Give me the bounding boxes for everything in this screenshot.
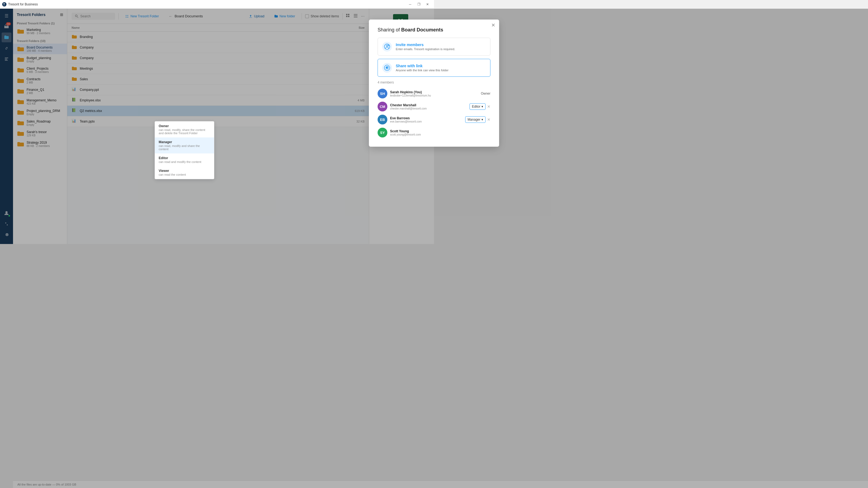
titlebar: T Tresorit for Business ─ ❐ ✕ [0,0,434,9]
role-dropdown: Owner can read, modify, share the conten… [155,121,214,179]
avatar-eve: EB [378,115,388,124]
avatar-scott: SY [378,128,388,137]
modal-title: Sharing of Board Documents [378,27,434,33]
app-logo: T Tresorit for Business [2,2,38,6]
sharing-modal: ✕ Sharing of Board Documents Invite memb… [369,20,434,147]
close-button[interactable]: ✕ [423,1,432,8]
avatar-chester: CM [378,102,388,111]
app-title: Tresorit for Business [8,2,38,6]
avatar-sarah: SH [378,89,388,98]
dropdown-item-viewer[interactable]: Viewer can read the content [155,166,214,179]
share-link-option[interactable]: Share with link Anyone with the link can… [378,59,434,77]
invite-members-option[interactable]: Invite members Enter emails. Tresorit re… [378,38,434,56]
dropdown-item-editor[interactable]: Editor can read and modify the content [155,154,214,166]
member-row-chester: CM Chester Marshall chester.marshall@tre… [378,100,434,113]
member-row-scott: SY Scott Young scott.young@tresorit.com [378,126,434,139]
invite-icon [382,42,392,52]
member-row-sarah: SH Sarah Hopkins (You) testbobe+123email… [378,87,434,100]
svg-point-23 [386,45,388,46]
dropdown-item-owner[interactable]: Owner can read, modify, share the conten… [155,122,214,137]
window-controls: ─ ❐ ✕ [406,1,432,8]
link-icon [382,63,392,73]
dropdown-item-manager[interactable]: Manager can read, modify and share the c… [155,137,214,154]
minimize-button[interactable]: ─ [406,1,414,8]
members-count: 4 members [378,80,434,84]
svg-text:T: T [3,3,5,6]
modal-overlay[interactable]: ✕ Sharing of Board Documents Invite memb… [0,9,434,244]
member-row-eve: EB Eve Barrows eve.barrows@tresorit.com … [378,113,434,126]
maximize-button[interactable]: ❐ [414,1,423,8]
